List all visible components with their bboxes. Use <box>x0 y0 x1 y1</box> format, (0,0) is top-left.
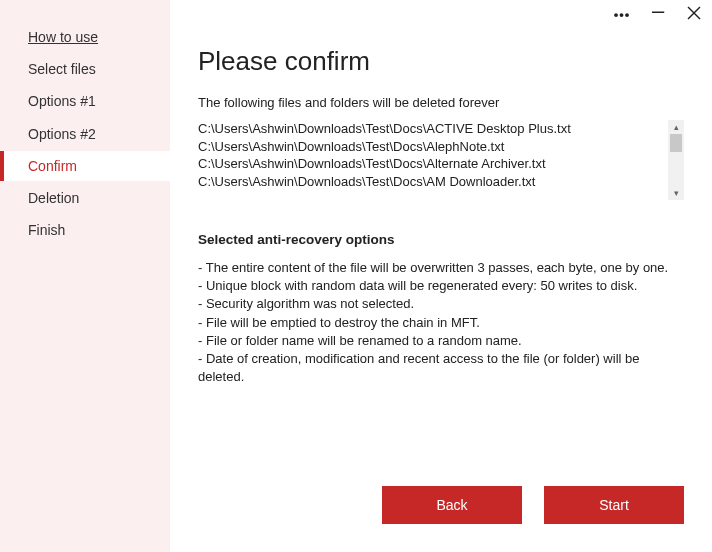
option-line: - File or folder name will be renamed to… <box>198 332 684 350</box>
file-list: C:\Users\Ashwin\Downloads\Test\Docs\ACTI… <box>198 120 668 200</box>
sidebar-item-options-2[interactable]: Options #2 <box>0 119 170 149</box>
file-list-box: C:\Users\Ashwin\Downloads\Test\Docs\ACTI… <box>198 120 684 200</box>
sidebar-item-deletion[interactable]: Deletion <box>0 183 170 213</box>
file-path: C:\Users\Ashwin\Downloads\Test\Docs\Alte… <box>198 155 668 173</box>
file-list-scrollbar[interactable]: ▴ ▾ <box>668 120 684 200</box>
sidebar-item-how-to-use[interactable]: How to use <box>0 22 170 52</box>
anti-recovery-options: - The entire content of the file will be… <box>198 259 684 386</box>
more-icon[interactable]: ••• <box>612 7 632 22</box>
file-path: C:\Users\Ashwin\Downloads\Test\Docs\Alep… <box>198 138 668 156</box>
sidebar-item-select-files[interactable]: Select files <box>0 54 170 84</box>
page-title: Please confirm <box>198 46 684 77</box>
sidebar-item-finish[interactable]: Finish <box>0 215 170 245</box>
option-line: - The entire content of the file will be… <box>198 259 684 277</box>
start-button[interactable]: Start <box>544 486 684 524</box>
close-icon[interactable] <box>684 6 704 23</box>
minimize-icon[interactable]: – <box>648 7 668 15</box>
sidebar-item-options-1[interactable]: Options #1 <box>0 86 170 116</box>
scroll-down-icon[interactable]: ▾ <box>674 186 679 200</box>
delete-warning-text: The following files and folders will be … <box>198 95 684 110</box>
file-path: C:\Users\Ashwin\Downloads\Test\Docs\AM D… <box>198 173 668 191</box>
back-button[interactable]: Back <box>382 486 522 524</box>
scroll-up-icon[interactable]: ▴ <box>674 120 679 134</box>
scroll-track[interactable] <box>668 134 684 186</box>
option-line: - Security algorithm was not selected. <box>198 295 684 313</box>
option-line: - Date of creation, modification and rec… <box>198 350 684 386</box>
window-controls: ••• – <box>612 6 704 23</box>
file-path: C:\Users\Ashwin\Downloads\Test\Docs\ACTI… <box>198 120 668 138</box>
options-section-title: Selected anti-recovery options <box>198 232 684 247</box>
footer-buttons: Back Start <box>198 486 684 532</box>
option-line: - Unique block with random data will be … <box>198 277 684 295</box>
main-panel: ••• – Please confirm The following files… <box>170 0 712 552</box>
sidebar-item-confirm[interactable]: Confirm <box>0 151 170 181</box>
scroll-thumb[interactable] <box>670 134 682 152</box>
option-line: - File will be emptied to destroy the ch… <box>198 314 684 332</box>
sidebar: How to use Select files Options #1 Optio… <box>0 0 170 552</box>
